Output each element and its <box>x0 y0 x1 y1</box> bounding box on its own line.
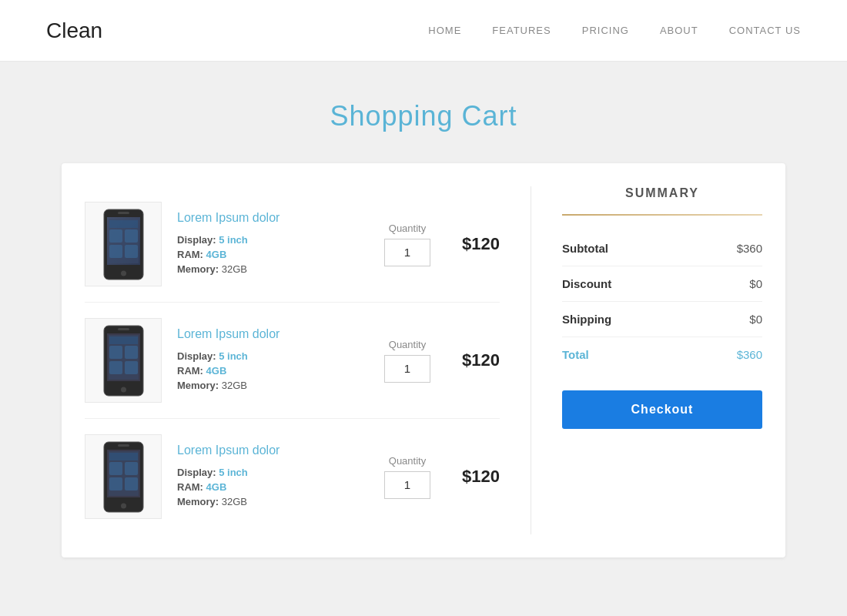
svg-point-19 <box>121 387 126 392</box>
item-details: Lorem Ipsum dolor Display: 5 inch RAM: 4… <box>177 211 369 278</box>
nav-pricing[interactable]: PRICING <box>582 25 629 36</box>
svg-rect-10 <box>118 212 129 214</box>
svg-rect-16 <box>125 346 138 359</box>
checkout-button[interactable]: Checkout <box>562 390 762 429</box>
item-details: Lorem Ipsum dolor Display: 5 inch RAM: 4… <box>177 444 369 511</box>
item-spec-display: Display: 5 inch <box>177 467 369 478</box>
item-price: $120 <box>446 350 500 370</box>
quantity-input[interactable] <box>384 355 430 383</box>
item-image <box>85 202 162 286</box>
cart-summary: SUMMARY Subtotal $360 Discount $0 Shippi… <box>562 186 762 534</box>
total-label: Total <box>562 348 589 361</box>
svg-rect-26 <box>125 462 138 475</box>
quantity-input[interactable] <box>384 239 430 266</box>
summary-title: SUMMARY <box>562 186 762 200</box>
svg-rect-17 <box>109 361 122 374</box>
main-content: Shopping Cart <box>0 62 847 596</box>
header: Clean HOME FEATURES PRICING ABOUT CONTAC… <box>0 0 847 62</box>
item-spec-ram: RAM: 4GB <box>177 249 369 260</box>
item-spec-memory: Memory: 32GB <box>177 380 369 391</box>
nav-features[interactable]: FEATURES <box>492 25 551 36</box>
nav-home[interactable]: HOME <box>428 25 461 36</box>
summary-shipping-row: Shipping $0 <box>562 302 762 337</box>
total-value: $360 <box>737 348 762 361</box>
item-price: $120 <box>446 467 500 487</box>
cart-card: Lorem Ipsum dolor Display: 5 inch RAM: 4… <box>62 163 785 557</box>
item-image <box>85 318 162 403</box>
page-title: Shopping Cart <box>62 100 785 132</box>
logo: Clean <box>46 18 102 43</box>
svg-rect-8 <box>125 245 138 258</box>
item-spec-ram: RAM: 4GB <box>177 481 369 493</box>
nav-contact[interactable]: CONTACT US <box>729 25 801 36</box>
svg-rect-25 <box>109 462 122 475</box>
svg-rect-20 <box>118 328 129 330</box>
shipping-label: Shipping <box>562 313 611 326</box>
quantity-label: Quantity <box>389 223 426 234</box>
quantity-input[interactable] <box>384 471 430 499</box>
summary-divider <box>562 214 762 216</box>
svg-rect-14 <box>109 336 138 344</box>
discount-value: $0 <box>749 277 762 290</box>
item-details: Lorem Ipsum dolor Display: 5 inch RAM: 4… <box>177 327 369 394</box>
item-spec-ram: RAM: 4GB <box>177 365 369 377</box>
discount-label: Discount <box>562 277 611 290</box>
item-price: $120 <box>446 234 500 254</box>
item-name[interactable]: Lorem Ipsum dolor <box>177 211 369 225</box>
svg-rect-28 <box>125 477 138 490</box>
cart-item: Lorem Ipsum dolor Display: 5 inch RAM: 4… <box>85 419 500 534</box>
shipping-value: $0 <box>749 313 762 326</box>
navigation: HOME FEATURES PRICING ABOUT CONTACT US <box>428 25 801 36</box>
item-name[interactable]: Lorem Ipsum dolor <box>177 327 369 341</box>
cart-item: Lorem Ipsum dolor Display: 5 inch RAM: 4… <box>85 303 500 419</box>
svg-point-9 <box>121 270 126 276</box>
svg-rect-27 <box>109 477 122 490</box>
summary-total-row: Total $360 <box>562 337 762 372</box>
svg-rect-15 <box>109 346 122 359</box>
item-image <box>85 434 162 519</box>
item-quantity-group: Quantity <box>384 339 430 383</box>
svg-rect-6 <box>125 229 138 243</box>
item-spec-memory: Memory: 32GB <box>177 496 369 507</box>
svg-rect-18 <box>125 361 138 374</box>
svg-rect-30 <box>118 444 129 447</box>
quantity-label: Quantity <box>389 455 426 467</box>
nav-about[interactable]: ABOUT <box>660 25 698 36</box>
item-spec-memory: Memory: 32GB <box>177 263 369 275</box>
cart-item: Lorem Ipsum dolor Display: 5 inch RAM: 4… <box>85 186 500 303</box>
cart-items-list: Lorem Ipsum dolor Display: 5 inch RAM: 4… <box>85 186 500 534</box>
subtotal-label: Subtotal <box>562 242 608 255</box>
cart-divider <box>531 186 531 534</box>
item-name[interactable]: Lorem Ipsum dolor <box>177 444 369 457</box>
summary-discount-row: Discount $0 <box>562 266 762 302</box>
quantity-label: Quantity <box>389 339 426 350</box>
svg-rect-7 <box>109 245 122 258</box>
svg-point-29 <box>121 503 126 508</box>
item-spec-display: Display: 5 inch <box>177 234 369 246</box>
summary-subtotal-row: Subtotal $360 <box>562 231 762 266</box>
svg-rect-24 <box>109 453 138 460</box>
item-quantity-group: Quantity <box>384 223 430 266</box>
svg-rect-5 <box>109 229 122 243</box>
item-spec-display: Display: 5 inch <box>177 350 369 362</box>
subtotal-value: $360 <box>737 242 762 255</box>
svg-rect-4 <box>109 220 138 228</box>
item-quantity-group: Quantity <box>384 455 430 499</box>
